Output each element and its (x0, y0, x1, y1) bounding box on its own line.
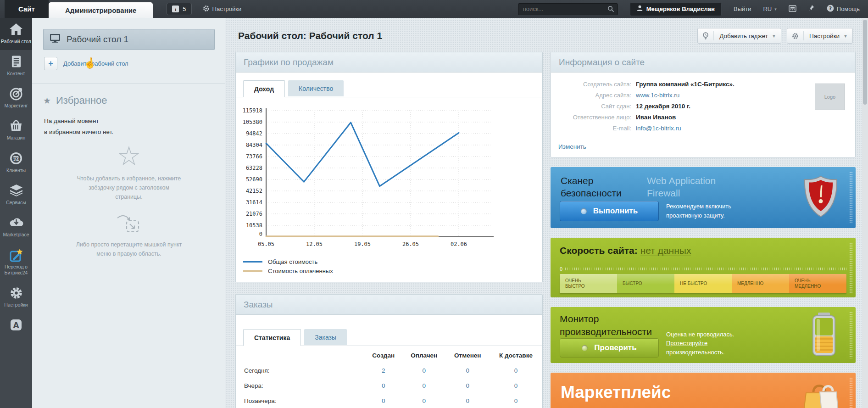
orders-row-label: Вчера: (236, 378, 365, 393)
speed-ticks-line (565, 268, 846, 270)
order-count-link[interactable]: 0 (365, 393, 402, 408)
favorites-title: Избранное (56, 95, 107, 106)
performance-test-link2[interactable]: производительность (666, 349, 723, 356)
desktop-item-label: Рабочий стол 1 (67, 34, 128, 45)
orders-column-header: К доставке (490, 348, 542, 363)
tab-quantity[interactable]: Количество (288, 80, 344, 96)
site-info-row: Создатель сайта:Группа компаний «1С-Битр… (551, 81, 808, 88)
order-count-link[interactable]: 0 (490, 393, 542, 408)
svg-text:73766: 73766 (246, 153, 262, 160)
topbar-settings-button[interactable]: Настройки (203, 5, 242, 13)
shop-icon (1, 119, 31, 133)
svg-text:31614: 31614 (246, 199, 262, 206)
desktop-item[interactable]: Рабочий стол 1 (43, 29, 215, 50)
sidebar-item-letter-a[interactable]: A (0, 313, 32, 340)
sidebar-item-bitrix24[interactable]: Переход в Битрикс24 (0, 243, 32, 281)
scrollbar-thumb[interactable] (863, 20, 867, 105)
performance-monitor-banner[interactable]: Монитор производительности Проверить Оце… (551, 307, 856, 363)
sidebar-item-gear[interactable]: Настройки (0, 281, 32, 313)
order-count-link[interactable]: 0 (446, 363, 490, 378)
logout-link[interactable]: Выйти (734, 6, 751, 12)
sales-chart: 1053821076316144215252690632287376684304… (236, 97, 542, 256)
order-count-link[interactable]: 0 (490, 378, 542, 393)
svg-text:63228: 63228 (246, 165, 262, 171)
tab-statistics[interactable]: Статистика (243, 329, 301, 346)
favorites-star-icon: ★ (43, 95, 51, 106)
info-badge-icon: i (172, 6, 179, 12)
language-selector[interactable]: RU▾ (763, 6, 776, 12)
orders-widget-header[interactable]: Заказы (236, 295, 542, 315)
sidebar-item-services[interactable]: Сервисы (0, 179, 32, 211)
scanner-run-button[interactable]: Выполнить (560, 201, 659, 221)
order-count-link[interactable]: 0 (446, 378, 490, 393)
desktop-settings-button[interactable]: Настройки ▼ (787, 28, 853, 44)
sales-widget-header[interactable]: Графики по продажам (236, 52, 542, 73)
svg-text:12.05: 12.05 (306, 241, 323, 247)
orders-column-header: Создан (365, 348, 402, 363)
search-input[interactable] (518, 3, 618, 15)
order-count-link[interactable]: 2 (365, 363, 402, 378)
speed-segment: БЫСТРО (617, 274, 674, 293)
site-info-value[interactable]: info@1c-bitrix.ru (636, 125, 681, 132)
tab-income[interactable]: Доход (243, 80, 285, 97)
hotkeys-button[interactable] (789, 5, 796, 13)
svg-text:52690: 52690 (246, 176, 262, 183)
security-scanner-banner[interactable]: Сканер безопасности Web Application Fire… (551, 167, 856, 228)
tab-administration[interactable]: Администрирование (49, 2, 153, 18)
order-count-link[interactable]: 0 (402, 393, 446, 408)
sidebar-item-marketplace[interactable]: Marketplace (0, 211, 32, 243)
banner-perforation (849, 377, 853, 408)
svg-text:42152: 42152 (246, 188, 262, 194)
monitor-title: Монитор производительности (560, 313, 652, 339)
site-info-value: Иван Иванов (636, 114, 676, 121)
search-icon[interactable] (607, 6, 614, 14)
sidebar-item-home[interactable]: Рабочий стол (0, 18, 32, 50)
performance-test-link[interactable]: Протестируйте (666, 340, 707, 347)
sidebar-item-label: Контент (7, 71, 25, 76)
help-button[interactable]: ? Помощь (827, 5, 860, 13)
monitor-check-button[interactable]: Проверить (560, 338, 659, 358)
site-info-row: Адрес сайта:www.1c-bitrix.ru (551, 92, 808, 99)
sidebar-item-shop[interactable]: Магазин (0, 114, 32, 146)
site-info-label: Сайт сдан: (551, 103, 631, 110)
sidebar-item-clients24[interactable]: 24Клиенты (0, 147, 32, 179)
legend-item: Стоимость оплаченных (243, 266, 542, 275)
star-outline-icon: ☆ (43, 143, 215, 169)
chevron-down-icon: ▼ (772, 34, 781, 39)
site-info-widget: Информация о сайте Создатель сайта:Групп… (551, 52, 856, 157)
orders-table-header-row: СозданОплаченОтмененК доставке (236, 348, 542, 363)
sales-charts-widget: Графики по продажам Доход Количество 105… (235, 52, 543, 282)
monitor-note: Оценка не проводилась. Протестируйте про… (666, 330, 734, 357)
speed-segment: ОЧЕНЬ МЕДЛЕННО (789, 274, 846, 293)
lightbulb-icon (698, 31, 714, 40)
order-count-link[interactable]: 0 (365, 378, 402, 393)
plus-icon[interactable]: + (44, 57, 57, 70)
site-info-row: E-mail:info@1c-bitrix.ru (551, 125, 808, 132)
vertical-scrollbar[interactable] (862, 18, 868, 408)
orders-column-header: Отменен (446, 348, 490, 363)
user-menu-button[interactable]: Мещеряков Владислав (630, 2, 722, 16)
sidebar-item-content[interactable]: Контент (0, 50, 32, 82)
site-info-header[interactable]: Информация о сайте (551, 52, 855, 73)
favorites-hint-drag: Либо просто перетащите мышкой пункт меню… (75, 240, 183, 258)
add-desktop-row[interactable]: + Добавить рабочий стол (44, 57, 215, 70)
sidebar-item-label: Рабочий стол (1, 39, 31, 44)
page-title: Рабочий стол: Рабочий стол 1 (238, 30, 692, 41)
pin-button[interactable] (808, 5, 815, 13)
topbar: Сайт Администрирование i 5 Настройки Мещ… (0, 0, 868, 18)
marketplace-banner[interactable]: Маркетплейс (551, 373, 856, 408)
site-info-value[interactable]: www.1c-bitrix.ru (636, 92, 679, 99)
site-speed-banner[interactable]: Скорость сайта: нет данных 0 ОЧЕНЬ БЫСТР… (551, 238, 856, 297)
tab-site[interactable]: Сайт (5, 0, 49, 18)
order-count-link[interactable]: 0 (446, 393, 490, 408)
order-count-link[interactable]: 0 (402, 378, 446, 393)
notifications-button[interactable]: i 5 (167, 3, 191, 15)
sidebar-item-marketing[interactable]: Маркетинг (0, 82, 32, 114)
add-gadget-button[interactable]: Добавить гаджет ▼ (697, 28, 781, 44)
order-count-link[interactable]: 0 (402, 363, 446, 378)
speed-value-link[interactable]: нет данных (640, 245, 691, 256)
order-count-link[interactable]: 0 (490, 363, 542, 378)
tab-orders[interactable]: Заказы (304, 329, 347, 345)
scanner-title: Сканер безопасности (561, 174, 622, 200)
site-info-edit-link[interactable]: Изменить (558, 143, 586, 150)
